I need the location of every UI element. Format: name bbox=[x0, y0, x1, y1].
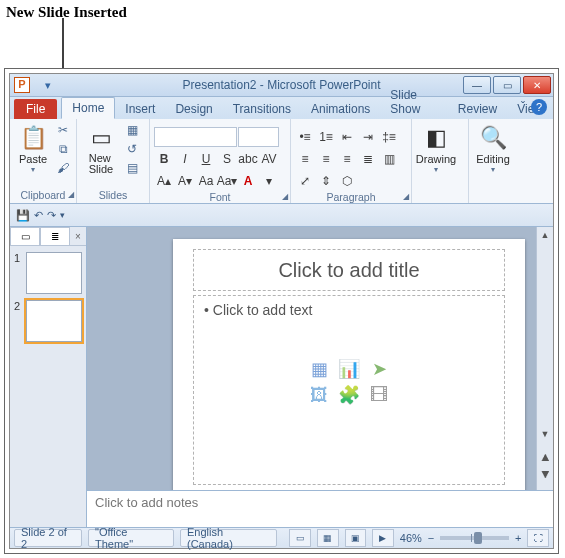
change-case-button[interactable]: Aa▾ bbox=[217, 171, 237, 191]
insert-table-icon[interactable]: ▦ bbox=[306, 358, 332, 380]
powerpoint-icon: P bbox=[14, 77, 30, 93]
increase-indent-button[interactable]: ⇥ bbox=[358, 127, 378, 147]
slide-canvas[interactable]: Click to add title • Click to add text ▦… bbox=[173, 239, 525, 490]
smartart-button[interactable]: ⬡ bbox=[337, 171, 357, 191]
thumbnail-slide-2[interactable]: 2 bbox=[14, 300, 82, 342]
justify-button[interactable]: ≣ bbox=[358, 149, 378, 169]
dialog-launcher-icon[interactable]: ◢ bbox=[282, 192, 288, 201]
normal-view-icon[interactable]: ▭ bbox=[289, 529, 311, 547]
zoom-slider[interactable] bbox=[440, 536, 509, 540]
editing-label: Editing bbox=[476, 153, 510, 165]
tab-insert[interactable]: Insert bbox=[115, 99, 165, 119]
qat-dropdown-icon[interactable]: ▾ bbox=[60, 210, 65, 220]
highlight-button[interactable]: ▾ bbox=[259, 171, 279, 191]
dialog-launcher-icon[interactable]: ◢ bbox=[68, 190, 74, 199]
strike-button[interactable]: S bbox=[217, 149, 237, 169]
decrease-indent-button[interactable]: ⇤ bbox=[337, 127, 357, 147]
align-left-button[interactable]: ≡ bbox=[295, 149, 315, 169]
cut-icon[interactable]: ✂ bbox=[54, 121, 72, 139]
slide-canvas-area: Click to add title • Click to add text ▦… bbox=[87, 227, 553, 490]
maximize-button[interactable]: ▭ bbox=[493, 76, 521, 94]
slide-thumb-image bbox=[26, 252, 82, 294]
close-pane-icon[interactable]: × bbox=[70, 227, 86, 245]
font-color-button[interactable]: A bbox=[238, 171, 258, 191]
ribbon-minimize-icon[interactable]: ˇ bbox=[521, 100, 525, 114]
clipboard-icon: 📋 bbox=[20, 123, 47, 153]
tab-design[interactable]: Design bbox=[165, 99, 222, 119]
find-icon: 🔍 bbox=[480, 123, 507, 153]
columns-button[interactable]: ▥ bbox=[379, 149, 399, 169]
layout-icon[interactable]: ▦ bbox=[123, 121, 141, 139]
align-text-button[interactable]: ⇕ bbox=[316, 171, 336, 191]
copy-icon[interactable]: ⧉ bbox=[54, 140, 72, 158]
group-clipboard: 📋 Paste ▾ ✂ ⧉ 🖌 Clipboard◢ bbox=[10, 119, 77, 203]
notes-pane[interactable]: Click to add notes bbox=[87, 490, 553, 527]
tab-home[interactable]: Home bbox=[61, 97, 115, 119]
thumbnail-slide-1[interactable]: 1 bbox=[14, 252, 82, 294]
outline-tab-icon[interactable]: ≣ bbox=[40, 227, 70, 245]
text-direction-button[interactable]: ⤢ bbox=[295, 171, 315, 191]
reset-icon[interactable]: ↺ bbox=[123, 140, 141, 158]
help-icon[interactable]: ? bbox=[531, 99, 547, 115]
sorter-view-icon[interactable]: ▦ bbox=[317, 529, 339, 547]
title-placeholder[interactable]: Click to add title bbox=[193, 249, 505, 291]
drawing-button[interactable]: ◧ Drawing ▾ bbox=[416, 121, 456, 174]
shadow-button[interactable]: abc bbox=[238, 149, 258, 169]
underline-button[interactable]: U bbox=[196, 149, 216, 169]
bold-button[interactable]: B bbox=[154, 149, 174, 169]
char-spacing-button[interactable]: AV bbox=[259, 149, 279, 169]
paste-button[interactable]: 📋 Paste ▾ bbox=[14, 121, 52, 174]
annotation-caption: New Slide Inserted bbox=[6, 4, 127, 21]
quick-access-toolbar: ▾ bbox=[38, 76, 58, 94]
section-icon[interactable]: ▤ bbox=[123, 159, 141, 177]
new-slide-button[interactable]: ▭ New Slide bbox=[81, 121, 121, 175]
tab-slideshow[interactable]: Slide Show bbox=[380, 85, 447, 119]
vertical-scrollbar[interactable]: ▲ ▼ ⯅ ⯆ bbox=[536, 227, 553, 490]
format-painter-icon[interactable]: 🖌 bbox=[54, 159, 72, 177]
redo-icon[interactable]: ↷ bbox=[47, 209, 56, 222]
dialog-launcher-icon[interactable]: ◢ bbox=[403, 192, 409, 201]
insert-picture-icon[interactable]: 🖼 bbox=[306, 384, 332, 406]
scroll-up-icon[interactable]: ▲ bbox=[537, 227, 553, 243]
zoom-in-button[interactable]: + bbox=[515, 532, 521, 544]
tab-animations[interactable]: Animations bbox=[301, 99, 380, 119]
next-slide-icon[interactable]: ⯆ bbox=[537, 466, 553, 482]
save-icon[interactable]: 💾 bbox=[16, 209, 30, 222]
status-language[interactable]: English (Canada) bbox=[180, 529, 277, 547]
italic-button[interactable]: I bbox=[175, 149, 195, 169]
content-placeholder[interactable]: • Click to add text ▦ 📊 ➤ 🖼 🧩 🎞 bbox=[193, 295, 505, 485]
prev-slide-icon[interactable]: ⯅ bbox=[537, 450, 553, 466]
font-family-select[interactable] bbox=[154, 127, 237, 147]
align-center-button[interactable]: ≡ bbox=[316, 149, 336, 169]
slide-thumb-image bbox=[26, 300, 82, 342]
slideshow-view-icon[interactable]: ▶ bbox=[372, 529, 394, 547]
slides-tab-icon[interactable]: ▭ bbox=[10, 227, 40, 245]
zoom-slider-thumb[interactable] bbox=[474, 532, 482, 544]
insert-chart-icon[interactable]: 📊 bbox=[336, 358, 362, 380]
group-label-slides: Slides bbox=[81, 189, 145, 203]
font-size-select[interactable] bbox=[238, 127, 279, 147]
align-right-button[interactable]: ≡ bbox=[337, 149, 357, 169]
insert-media-icon[interactable]: 🎞 bbox=[366, 384, 392, 406]
line-spacing-button[interactable]: ‡≡ bbox=[379, 127, 399, 147]
editing-button[interactable]: 🔍 Editing ▾ bbox=[473, 121, 513, 174]
shrink-font-button[interactable]: A▾ bbox=[175, 171, 195, 191]
scroll-down-icon[interactable]: ▼ bbox=[537, 426, 553, 442]
fit-window-icon[interactable]: ⛶ bbox=[527, 529, 549, 547]
qat-dropdown-icon[interactable]: ▾ bbox=[38, 76, 58, 94]
grow-font-button[interactable]: A▴ bbox=[154, 171, 174, 191]
reading-view-icon[interactable]: ▣ bbox=[345, 529, 367, 547]
undo-icon[interactable]: ↶ bbox=[34, 209, 43, 222]
clear-format-button[interactable]: Aa bbox=[196, 171, 216, 191]
close-button[interactable]: ✕ bbox=[523, 76, 551, 94]
tab-review[interactable]: Review bbox=[448, 99, 507, 119]
status-theme: "Office Theme" bbox=[88, 529, 174, 547]
bullets-button[interactable]: •≡ bbox=[295, 127, 315, 147]
insert-clipart-icon[interactable]: 🧩 bbox=[336, 384, 362, 406]
tab-transitions[interactable]: Transitions bbox=[223, 99, 301, 119]
insert-smartart-icon[interactable]: ➤ bbox=[366, 358, 392, 380]
minimize-button[interactable]: — bbox=[463, 76, 491, 94]
numbering-button[interactable]: 1≡ bbox=[316, 127, 336, 147]
zoom-out-button[interactable]: − bbox=[428, 532, 434, 544]
tab-file[interactable]: File bbox=[14, 99, 57, 119]
